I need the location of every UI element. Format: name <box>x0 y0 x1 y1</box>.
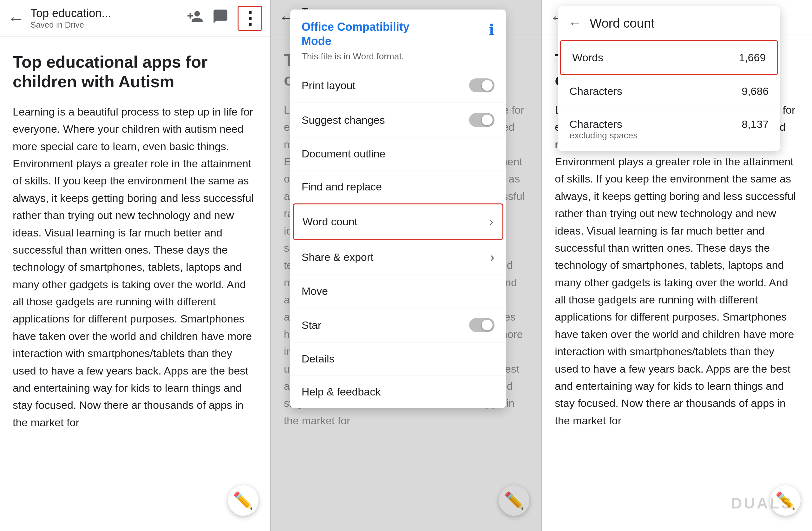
menu-item-find-replace[interactable]: Find and replace <box>290 170 506 204</box>
menu-item-label-word-count: Word count <box>303 215 358 228</box>
wc-label-characters-nospace: Characters <box>569 118 622 130</box>
doc-heading-1: Top educational apps for children with A… <box>13 52 257 92</box>
menu-item-star[interactable]: Star <box>290 308 506 343</box>
menu-item-label-print-layout: Print layout <box>302 79 356 92</box>
doc-title-1: Top education... <box>30 7 187 20</box>
wc-value-words: 1,669 <box>739 52 766 64</box>
top-actions-1: ⋮ <box>187 6 262 31</box>
top-bar-1: ← Top education... Saved in Drive ⋮ <box>0 0 270 37</box>
menu-item-suggest-changes[interactable]: Suggest changes <box>290 103 506 137</box>
dropdown-menu: Office CompatibilityMode This file is in… <box>290 10 506 408</box>
menu-item-word-count[interactable]: Word count › <box>293 204 503 240</box>
chevron-right-word-count: › <box>489 214 493 229</box>
doc-content-1: Top educational apps for children with A… <box>0 37 270 531</box>
fab-1[interactable]: ✏️ <box>228 485 259 516</box>
more-options-icon[interactable]: ⋮ <box>237 6 262 31</box>
toggle-print-layout[interactable] <box>469 79 494 92</box>
panel-3: ← Top... Save... Top ecchildre Learning … <box>542 0 812 531</box>
toggle-suggest-changes[interactable] <box>469 113 494 127</box>
wc-value-characters-nospace: 8,137 <box>742 118 769 130</box>
wc-label-excluding-spaces: excluding spaces <box>569 130 638 141</box>
menu-item-label-move: Move <box>302 285 328 297</box>
menu-header-title: Office CompatibilityMode <box>302 20 494 48</box>
back-button-1[interactable]: ← <box>8 10 24 27</box>
toggle-star[interactable] <box>469 318 494 332</box>
wc-header: ← Word count <box>558 6 780 40</box>
doc-subtitle-1: Saved in Drive <box>30 20 187 30</box>
menu-item-document-outline[interactable]: Document outline <box>290 137 506 170</box>
watermark: DUALS <box>731 494 793 512</box>
word-count-panel: ← Word count Words 1,669 Characters 9,68… <box>558 6 780 151</box>
menu-item-label-document-outline: Document outline <box>302 148 386 160</box>
menu-item-label-suggest-changes: Suggest changes <box>302 114 385 126</box>
wc-value-characters: 9,686 <box>742 85 769 97</box>
menu-item-details[interactable]: Details <box>290 343 506 376</box>
wc-row-characters-nospace: Characters excluding spaces 8,137 <box>558 108 780 151</box>
wc-label-characters: Characters <box>569 85 622 97</box>
panel-1: ← Top education... Saved in Drive ⋮ Top … <box>0 0 270 531</box>
menu-header: Office CompatibilityMode This file is in… <box>290 10 506 68</box>
menu-item-label-help-feedback: Help & feedback <box>302 386 381 398</box>
wc-label-group: Characters excluding spaces <box>569 118 638 141</box>
comment-icon[interactable] <box>212 8 229 28</box>
menu-item-move[interactable]: Move <box>290 275 506 308</box>
menu-item-label-star: Star <box>302 319 321 331</box>
menu-item-label-share-export: Share & export <box>302 251 374 263</box>
panel-2: ← Top... Save... Top ecchildre Learning … <box>271 0 541 531</box>
wc-title: Word count <box>590 16 654 30</box>
menu-header-sub: This file is in Word format. <box>302 52 494 61</box>
menu-item-help-feedback[interactable]: Help & feedback <box>290 376 506 408</box>
chevron-right-share: › <box>490 250 494 264</box>
wc-row-characters: Characters 9,686 <box>558 75 780 108</box>
doc-body-1: Learning is a beautiful process to step … <box>13 103 257 431</box>
wc-row-words: Words 1,669 <box>560 40 778 75</box>
menu-item-label-details: Details <box>302 353 335 365</box>
menu-item-print-layout[interactable]: Print layout <box>290 68 506 103</box>
add-person-icon[interactable] <box>187 8 203 28</box>
menu-item-label-find-replace: Find and replace <box>302 181 382 193</box>
doc-title-area-1: Top education... Saved in Drive <box>30 7 187 30</box>
info-icon: ℹ <box>489 21 494 39</box>
wc-label-words: Words <box>572 52 603 64</box>
wc-back-button[interactable]: ← <box>568 15 582 31</box>
menu-item-share-export[interactable]: Share & export › <box>290 240 506 275</box>
